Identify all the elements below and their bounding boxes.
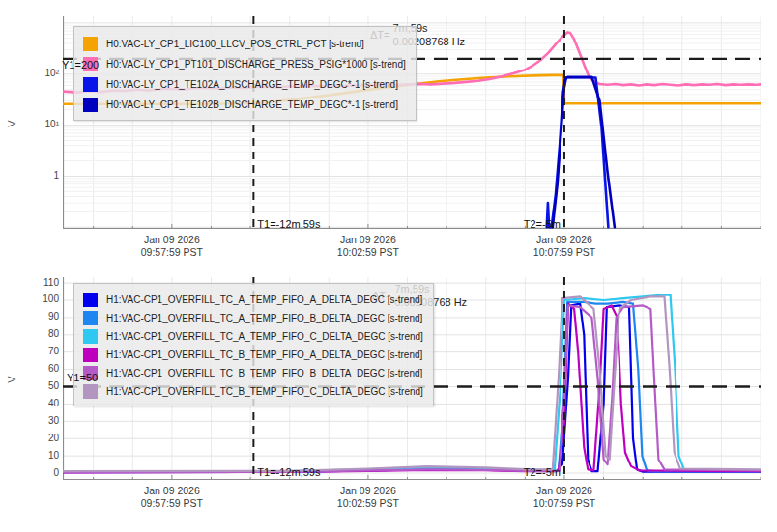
y-tick-label: 40 [48, 398, 59, 408]
x-axis-tick-label: Jan 09 202610:02:59 PST [337, 485, 399, 509]
y-tick-label: 80 [48, 328, 59, 339]
legend-item[interactable]: H1:VAC-CP1_OVERFILL_TC_B_TEMP_FIFO_C_DEL… [83, 382, 423, 401]
legend-item[interactable]: H1:VAC-CP1_OVERFILL_TC_A_TEMP_FIFO_C_DEL… [83, 327, 423, 346]
legend: H0:VAC-LY_CP1_LIC100_LLCV_POS_CTRL_PCT [… [73, 26, 417, 121]
y-tick-label: 90 [48, 311, 59, 322]
x-axis-tick-label: Jan 09 202609:57:59 PST [141, 234, 203, 258]
x-axis-tick-label: Jan 09 202610:07:59 PST [533, 485, 595, 509]
y-tick-label: 10 [48, 450, 59, 461]
t2-cursor-label[interactable]: T2=-5m [524, 466, 561, 478]
y-tick-label: 1 [53, 170, 59, 181]
legend: H1:VAC-CP1_OVERFILL_TC_A_TEMP_FIFO_A_DEL… [73, 283, 434, 406]
legend-label: H1:VAC-CP1_OVERFILL_TC_B_TEMP_FIFO_A_DEL… [106, 350, 422, 360]
x-axis-tick-label: Jan 09 202610:07:59 PST [533, 234, 595, 258]
y-tick-label: 50 [48, 380, 59, 391]
series-swatch [83, 384, 98, 399]
y-tick-label: 70 [48, 346, 59, 356]
series-swatch [83, 98, 98, 112]
y-tick-label: 10² [45, 68, 59, 78]
t2-cursor-label[interactable]: T2=-5m [524, 218, 561, 230]
y-axis-title: V [6, 376, 17, 382]
series-swatch [83, 348, 98, 362]
bottom-chart: 1101009080706050403020100 H1:VAC-CP1_OVE… [63, 277, 761, 480]
y1-marker-label[interactable]: Y1=200 [62, 59, 99, 70]
legend-item[interactable]: H0:VAC-LY_CP1_PT101_DISCHARGE_PRESS_PSIG… [83, 54, 406, 74]
legend-label: H0:VAC-LY_CP1_TE102A_DISCHARGE_TEMP_DEGC… [106, 79, 398, 90]
y-tick-label: 0 [53, 467, 59, 478]
y-tick-label: 100 [43, 294, 59, 304]
series-swatch [83, 37, 98, 51]
y-tick-label: 110 [43, 277, 59, 288]
legend-item[interactable]: H0:VAC-LY_CP1_TE102A_DISCHARGE_TEMP_DEGC… [83, 74, 406, 95]
series-swatch [83, 293, 98, 307]
x-axis-tick-label: Jan 09 202610:02:59 PST [337, 234, 399, 258]
legend-label: H0:VAC-LY_CP1_LIC100_LLCV_POS_CTRL_PCT [… [106, 39, 364, 49]
legend-label: H0:VAC-LY_CP1_PT101_DISCHARGE_PRESS_PSIG… [106, 59, 406, 70]
legend-item[interactable]: H1:VAC-CP1_OVERFILL_TC_A_TEMP_FIFO_A_DEL… [83, 291, 423, 309]
legend-label: H1:VAC-CP1_OVERFILL_TC_B_TEMP_FIFO_B_DEL… [106, 368, 422, 378]
y-axis-ticks: 1101009080706050403020100 [20, 277, 59, 480]
y-axis-ticks: 10²10¹1 [20, 16, 59, 229]
y-tick-label: 30 [48, 415, 59, 426]
y-tick-label: 10¹ [45, 119, 59, 129]
t1-cursor-label[interactable]: T1=-12m,59s [257, 466, 320, 478]
legend-label: H1:VAC-CP1_OVERFILL_TC_A_TEMP_FIFO_C_DEL… [106, 331, 423, 342]
legend-item[interactable]: H0:VAC-LY_CP1_TE102B_DISCHARGE_TEMP_DEGC… [83, 95, 406, 115]
t1-cursor-label[interactable]: T1=-12m,59s [257, 218, 320, 230]
y-tick-label: 60 [48, 363, 59, 374]
x-axis-tick-label: Jan 09 202609:57:59 PST [141, 485, 203, 509]
legend-item[interactable]: H1:VAC-CP1_OVERFILL_TC_B_TEMP_FIFO_A_DEL… [83, 346, 423, 364]
series-swatch [83, 329, 98, 344]
y1-marker-label[interactable]: Y1=50 [67, 372, 98, 383]
series-swatch [83, 311, 98, 325]
legend-label: H1:VAC-CP1_OVERFILL_TC_B_TEMP_FIFO_C_DEL… [106, 386, 423, 397]
series-swatch [83, 77, 98, 92]
legend-label: H1:VAC-CP1_OVERFILL_TC_A_TEMP_FIFO_B_DEL… [106, 313, 422, 323]
legend-label: H1:VAC-CP1_OVERFILL_TC_A_TEMP_FIFO_A_DEL… [106, 294, 422, 305]
legend-item[interactable]: H1:VAC-CP1_OVERFILL_TC_A_TEMP_FIFO_B_DEL… [83, 309, 423, 327]
legend-label: H0:VAC-LY_CP1_TE102B_DISCHARGE_TEMP_DEGC… [106, 99, 398, 110]
y-axis-title: V [6, 120, 17, 126]
legend-item[interactable]: H1:VAC-CP1_OVERFILL_TC_B_TEMP_FIFO_B_DEL… [83, 364, 423, 382]
top-chart: 10²10¹1 H0:VAC-LY_CP1_LIC100_LLCV_POS_CT… [63, 16, 761, 229]
y-tick-label: 20 [48, 433, 59, 443]
legend-item[interactable]: H0:VAC-LY_CP1_LIC100_LLCV_POS_CTRL_PCT [… [83, 34, 406, 54]
